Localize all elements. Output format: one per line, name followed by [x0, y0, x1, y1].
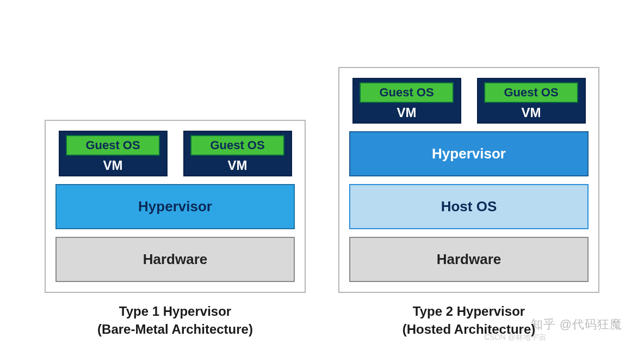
- caption-line1: Type 1 Hypervisor: [97, 303, 253, 320]
- type2-box: Guest OS VM Guest OS VM Hypervisor Host …: [338, 67, 599, 293]
- hardware-layer: Hardware: [55, 237, 295, 282]
- guest-os-label: Guest OS: [66, 135, 159, 156]
- watermark-zhihu: 知乎 @代码狂魔: [531, 316, 622, 333]
- watermark-csdn: CSDN @林地宇宙: [484, 333, 546, 342]
- hypervisor-layer: Hypervisor: [349, 131, 589, 176]
- guest-os-label: Guest OS: [190, 135, 284, 156]
- host-os-layer: Host OS: [349, 184, 589, 229]
- guest-os-label: Guest OS: [360, 82, 453, 103]
- type2-column: Guest OS VM Guest OS VM Hypervisor Host …: [338, 67, 599, 338]
- vm-label: VM: [228, 157, 247, 173]
- type1-column: Guest OS VM Guest OS VM Hypervisor Hardw…: [45, 120, 306, 338]
- caption-line2: (Bare-Metal Architecture): [97, 321, 253, 338]
- vm-label: VM: [397, 104, 417, 120]
- hypervisor-layer: Hypervisor: [55, 184, 295, 229]
- vm-block: Guest OS VM: [59, 131, 168, 176]
- type1-caption: Type 1 Hypervisor (Bare-Metal Architectu…: [97, 303, 253, 338]
- vm-block: Guest OS VM: [477, 78, 586, 124]
- guest-os-label: Guest OS: [484, 82, 578, 103]
- vm-block: Guest OS VM: [352, 78, 461, 124]
- caption-line1: Type 2 Hypervisor: [403, 303, 535, 320]
- diagram-container: Guest OS VM Guest OS VM Hypervisor Hardw…: [11, 11, 633, 338]
- type1-vm-row: Guest OS VM Guest OS VM: [55, 131, 295, 176]
- vm-label: VM: [522, 104, 541, 120]
- hardware-layer: Hardware: [349, 237, 589, 282]
- vm-block: Guest OS VM: [183, 131, 292, 176]
- vm-label: VM: [103, 157, 123, 173]
- type2-vm-row: Guest OS VM Guest OS VM: [349, 78, 589, 124]
- type1-box: Guest OS VM Guest OS VM Hypervisor Hardw…: [45, 120, 306, 293]
